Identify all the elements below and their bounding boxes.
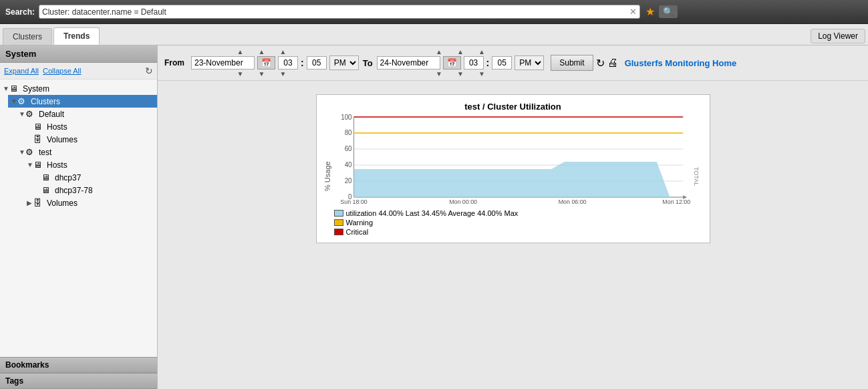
sidebar-actions: Expand All Collapse All ↻ xyxy=(0,63,157,80)
arrow-system: ▼ xyxy=(3,85,9,92)
legend-row-warning: Warning xyxy=(334,219,690,227)
to-min-up-arrow[interactable]: ▲ xyxy=(478,48,485,55)
from-calendar-button[interactable]: 📅 xyxy=(257,56,275,70)
clear-search-icon[interactable]: ✕ xyxy=(629,7,637,17)
from-ampm-select[interactable]: PMAM xyxy=(329,55,359,70)
search-bar: ✕ xyxy=(39,5,640,19)
chart-svg: 0 20 40 60 80 100 xyxy=(334,117,690,204)
tree-label-hosts-default: Hosts xyxy=(47,122,67,132)
from-min-up-arrow[interactable]: ▲ xyxy=(279,48,286,55)
from-min-input[interactable] xyxy=(307,56,327,70)
search-input[interactable] xyxy=(42,7,627,17)
legend-box-utilization xyxy=(334,210,343,217)
hosts-test-icon: 🖥 xyxy=(33,160,45,170)
to-ampm-select[interactable]: PMAM xyxy=(515,55,544,70)
from-row: From 📅 : PMAM xyxy=(164,55,359,70)
svg-text:Mon 12:00: Mon 12:00 xyxy=(662,199,690,205)
from-min-down-arrow[interactable]: ▼ xyxy=(279,70,286,78)
tree-item-clusters[interactable]: ▼ ⚙ Clusters xyxy=(8,95,157,108)
from-date-up-arrow[interactable]: ▲ xyxy=(237,48,243,55)
tree: ▼ 🖥 System ▼ ⚙ Clusters ▼ ⚙ Default 🖥 Ho… xyxy=(0,80,157,357)
from-date-down-arrow[interactable]: ▼ xyxy=(237,70,243,78)
arrow-volumes-test: ▶ xyxy=(27,199,33,207)
arrow-clusters: ▼ xyxy=(11,98,17,105)
expand-all-button[interactable]: Expand All xyxy=(4,67,39,75)
from-hour-input[interactable] xyxy=(278,56,298,70)
legend-box-critical xyxy=(334,229,343,235)
to-date-down-arrow[interactable]: ▼ xyxy=(436,70,442,78)
tree-item-default[interactable]: ▼ ⚙ Default xyxy=(16,108,157,120)
arrow-hosts-test: ▼ xyxy=(27,161,33,168)
from-hour-up-arrow[interactable]: ▲ xyxy=(258,48,265,55)
hosts-default-icon: 🖥 xyxy=(33,122,45,132)
from-label: From xyxy=(164,58,184,68)
to-up-arrows-row: ▲ ▲ ▲ xyxy=(430,48,491,55)
bookmark-star-icon[interactable]: ★ xyxy=(645,5,655,18)
tree-item-volumes-default[interactable]: 🗄 Volumes xyxy=(24,133,157,146)
chart-grid: 0 20 40 60 80 100 xyxy=(334,117,690,204)
to-hour-input[interactable] xyxy=(464,56,484,70)
chart-title: test / Cluster Utilization xyxy=(323,102,703,112)
sidebar-header: System xyxy=(0,45,157,63)
tree-item-hosts-test[interactable]: ▼ 🖥 Hosts xyxy=(24,158,157,171)
y-axis-label: % Usage xyxy=(323,117,331,236)
tree-item-dhcp37[interactable]: 🖥 dhcp37 xyxy=(32,171,157,184)
to-hour-up-arrow[interactable]: ▲ xyxy=(457,48,464,55)
arrow-default: ▼ xyxy=(19,110,25,118)
log-viewer-button[interactable]: Log Viewer xyxy=(811,29,865,43)
search-label: Search: xyxy=(5,7,35,17)
svg-text:Sun 18:00: Sun 18:00 xyxy=(340,199,367,205)
submit-button[interactable]: Submit xyxy=(551,55,593,71)
tree-item-test[interactable]: ▼ ⚙ test xyxy=(16,146,157,158)
svg-text:40: 40 xyxy=(344,161,351,168)
test-icon: ⚙ xyxy=(25,147,37,157)
down-arrows-row: ▼ ▼ ▼ xyxy=(231,70,292,78)
chart-container: test / Cluster Utilization % Usage xyxy=(316,94,710,243)
rotated-side-label: TOTAL xyxy=(693,167,700,186)
date-range-bar: ▲ ▲ ▲ From 📅 : PMAM ▼ ▼ xyxy=(158,45,868,81)
bookmarks-section[interactable]: Bookmarks xyxy=(0,357,157,373)
to-date-up-arrow[interactable]: ▲ xyxy=(436,48,442,55)
tree-label-default: Default xyxy=(39,110,64,119)
y-axis-labels: 0 20 40 60 80 100 xyxy=(341,114,352,201)
to-calendar-button[interactable]: 📅 xyxy=(443,56,461,70)
home-link[interactable]: Glusterfs Monitoring Home xyxy=(625,58,737,68)
svg-text:Mon 00:00: Mon 00:00 xyxy=(449,199,477,205)
tags-section[interactable]: Tags xyxy=(0,373,157,389)
to-label: To xyxy=(363,58,373,68)
arrow-test: ▼ xyxy=(19,148,25,156)
tree-item-hosts-default[interactable]: 🖥 Hosts xyxy=(24,120,157,133)
from-hour-down-arrow[interactable]: ▼ xyxy=(258,70,265,78)
tree-item-volumes-test[interactable]: ▶ 🗄 Volumes xyxy=(24,197,157,209)
chart-body: 0 20 40 60 80 100 xyxy=(334,117,690,236)
legend-row-utilization: utilization 44.00% Last 34.45% Average 4… xyxy=(334,209,690,217)
from-date-input[interactable] xyxy=(191,56,255,70)
collapse-all-button[interactable]: Collapse All xyxy=(43,67,81,75)
up-arrows-row: ▲ ▲ ▲ xyxy=(231,48,292,55)
x-axis-labels: Sun 18:00 Mon 00:00 Mon 06:00 Mon 12:00 xyxy=(340,199,690,205)
refresh-chart-icon[interactable]: ↻ xyxy=(596,57,605,70)
svg-text:60: 60 xyxy=(344,145,351,152)
print-icon[interactable]: 🖨 xyxy=(607,57,618,69)
tree-label-hosts-test: Hosts xyxy=(47,160,67,170)
utilization-area xyxy=(353,162,670,197)
to-min-down-arrow[interactable]: ▼ xyxy=(478,70,485,78)
top-bar: Search: ✕ ★ 🔍 xyxy=(0,0,868,24)
search-icon[interactable]: 🔍 xyxy=(659,5,678,18)
chart-inner: % Usage xyxy=(323,117,703,236)
default-icon: ⚙ xyxy=(25,109,37,119)
tab-trends[interactable]: Trends xyxy=(53,27,100,45)
tree-item-dhcp37-78[interactable]: 🖥 dhcp37-78 xyxy=(32,184,157,197)
svg-text:Mon 06:00: Mon 06:00 xyxy=(558,199,586,205)
tree-label-system: System xyxy=(23,84,49,94)
tab-clusters[interactable]: Clusters xyxy=(3,28,52,45)
to-hour-down-arrow[interactable]: ▼ xyxy=(457,70,464,78)
tree-item-system[interactable]: ▼ 🖥 System xyxy=(0,82,157,95)
refresh-icon[interactable]: ↻ xyxy=(145,66,153,76)
to-min-input[interactable] xyxy=(492,56,512,70)
legend-box-warning xyxy=(334,219,343,226)
from-time-sep: : xyxy=(301,57,304,68)
legend-text-warning: Warning xyxy=(346,219,374,227)
to-date-input[interactable] xyxy=(377,56,440,70)
dhcp37-icon: 🖥 xyxy=(41,172,53,182)
